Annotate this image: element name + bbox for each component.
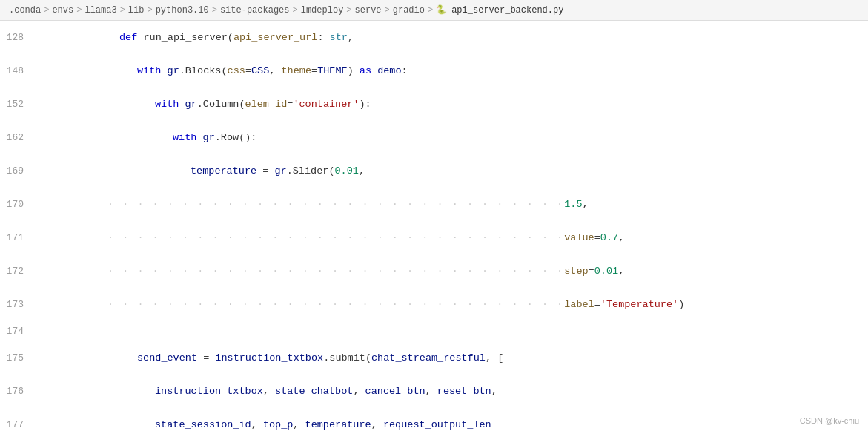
breadcrumb-part: lib <box>128 5 145 16</box>
breadcrumb-part: envs <box>52 5 73 16</box>
code-cell: with gr.Column(elem_id='container'): <box>36 88 868 121</box>
line-number: 170 <box>0 188 36 221</box>
code-cell: with gr.Blocks(css=CSS, theme=THEME) as … <box>36 54 868 88</box>
line-number: 128 <box>0 21 36 54</box>
line-number: 177 <box>0 408 36 431</box>
breadcrumb-part: serve <box>355 5 382 16</box>
table-row: 176 instruction_txtbox, state_chatbot, c… <box>0 375 868 408</box>
table-row: 172 · · · · · · · · · · · · · · · · · · … <box>0 254 868 288</box>
breadcrumb-bar: .conda > envs > llama3 > lib > python3.1… <box>0 0 868 21</box>
table-row: 148 with gr.Blocks(css=CSS, theme=THEME)… <box>0 54 868 88</box>
table-row: 169 temperature = gr.Slider(0.01, <box>0 154 868 188</box>
file-icon: 🐍 <box>436 4 447 16</box>
sep: > <box>293 5 298 16</box>
sep: > <box>147 5 152 16</box>
breadcrumb-part: lmdeploy <box>301 5 344 16</box>
code-cell: def run_api_server(api_server_url: str, <box>36 21 868 54</box>
sep: > <box>76 5 82 16</box>
breadcrumb-part: llama3 <box>85 5 116 16</box>
sep: > <box>120 5 125 16</box>
code-area: 128 def run_api_server(api_server_url: s… <box>0 21 868 431</box>
table-row: 162 with gr.Row(): <box>0 121 868 154</box>
table-row: 175 send_event = instruction_txtbox.subm… <box>0 341 868 375</box>
breadcrumb-part: python3.10 <box>156 5 209 16</box>
line-number: 174 <box>0 321 36 341</box>
table-row: 171 · · · · · · · · · · · · · · · · · · … <box>0 221 868 254</box>
code-cell: send_event = instruction_txtbox.submit(c… <box>36 341 868 375</box>
sep: > <box>428 5 433 16</box>
sep: > <box>385 5 390 16</box>
code-cell: with gr.Row(): <box>36 121 868 154</box>
line-number: 173 <box>0 288 36 321</box>
line-number: 152 <box>0 88 36 121</box>
code-cell: instruction_txtbox, state_chatbot, cance… <box>36 375 868 408</box>
code-table: 128 def run_api_server(api_server_url: s… <box>0 21 868 431</box>
sep: > <box>212 5 217 16</box>
table-row: 173 · · · · · · · · · · · · · · · · · · … <box>0 288 868 321</box>
table-row: 177 state_session_id, top_p, temperature… <box>0 408 868 431</box>
table-row: 170 · · · · · · · · · · · · · · · · · · … <box>0 188 868 221</box>
code-cell: temperature = gr.Slider(0.01, <box>36 154 868 188</box>
line-number: 176 <box>0 375 36 408</box>
watermark: CSDN @kv-chiu <box>800 416 859 425</box>
table-row: 174 <box>0 321 868 341</box>
sep: > <box>346 5 351 16</box>
code-cell: · · · · · · · · · · · · · · · · · · · · … <box>36 254 868 288</box>
code-cell: · · · · · · · · · · · · · · · · · · · · … <box>36 288 868 321</box>
breadcrumb-part: site-packages <box>220 5 290 16</box>
filename: api_server_backend.py <box>451 5 563 16</box>
code-cell: · · · · · · · · · · · · · · · · · · · · … <box>36 188 868 221</box>
table-row: 152 with gr.Column(elem_id='container'): <box>0 88 868 121</box>
breadcrumb-part: .conda <box>9 5 41 16</box>
line-number: 148 <box>0 54 36 88</box>
line-number: 171 <box>0 221 36 254</box>
code-cell: · · · · · · · · · · · · · · · · · · · · … <box>36 221 868 254</box>
line-number: 172 <box>0 254 36 288</box>
code-cell <box>36 321 868 341</box>
table-row: 128 def run_api_server(api_server_url: s… <box>0 21 868 54</box>
line-number: 175 <box>0 341 36 375</box>
code-cell: state_session_id, top_p, temperature, re… <box>36 408 868 431</box>
line-number: 162 <box>0 121 36 154</box>
line-number: 169 <box>0 154 36 188</box>
breadcrumb-part: gradio <box>393 5 425 16</box>
sep: > <box>44 5 49 16</box>
